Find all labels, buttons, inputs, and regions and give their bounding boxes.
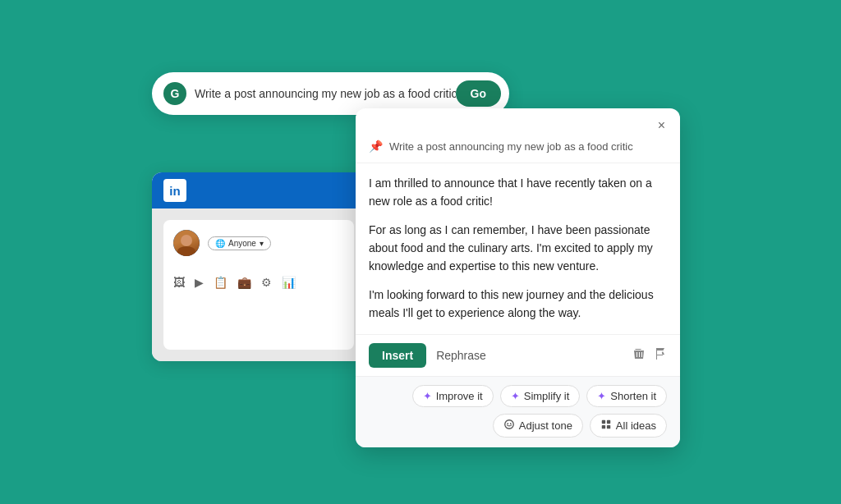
sparkle-icon-2: ✦ [511,390,520,402]
improve-chip[interactable]: ✦ Improve it [412,385,494,407]
simplify-label: Simplify it [524,390,570,402]
anyone-label: Anyone [228,239,256,248]
avatar [173,230,200,256]
tone-icon [503,419,515,433]
paragraph-3: I'm looking forward to this new journey … [369,286,667,322]
linkedin-logo: in [163,179,186,202]
all-ideas-chip[interactable]: All ideas [590,414,667,438]
svg-rect-4 [607,420,610,424]
action-icons [632,347,667,364]
shorten-label: Shorten it [610,390,656,402]
chart-icon[interactable]: 📊 [282,276,296,289]
panel-actions: Insert Rephrase [356,334,680,376]
anyone-badge[interactable]: 🌐 Anyone ▾ [208,236,271,250]
suggestions-row-2: Adjust tone All ideas [369,414,667,438]
search-input[interactable] [195,87,456,100]
globe-icon: 🌐 [215,239,225,248]
linkedin-card: in 🌐 Anyone ▾ 🖼 ▶ 📋 💼 ⚙ 📊 [152,172,365,361]
panel-header: × [356,108,680,136]
improve-label: Improve it [436,390,483,402]
image-icon[interactable]: 🖼 [173,276,185,289]
svg-point-0 [505,420,514,429]
linkedin-body: 🌐 Anyone ▾ 🖼 ▶ 📋 💼 ⚙ 📊 [152,208,365,361]
paragraph-2: For as long as I can remember, I have be… [369,222,667,275]
paragraph-1: I am thrilled to announce that I have re… [369,175,667,210]
rephrase-button[interactable]: Rephrase [436,349,486,362]
svg-point-1 [507,423,508,424]
linkedin-logo-text: in [169,184,180,198]
insert-button[interactable]: Insert [369,343,426,368]
adjust-tone-label: Adjust tone [519,419,572,432]
document-icon[interactable]: 📋 [214,276,227,289]
svg-point-2 [510,423,512,424]
prompt-icon: 📌 [369,140,383,153]
simplify-chip[interactable]: ✦ Simplify it [500,385,581,407]
linkedin-post-area: 🌐 Anyone ▾ 🖼 ▶ 📋 💼 ⚙ 📊 [163,220,354,350]
gear-icon[interactable]: ⚙ [261,276,272,289]
all-ideas-label: All ideas [616,419,656,432]
grammarly-letter: G [171,87,180,100]
close-button[interactable]: × [655,117,669,135]
delete-button[interactable] [632,347,646,364]
panel-content: I am thrilled to announce that I have re… [356,163,680,334]
panel-prompt: 📌 Write a post announcing my new job as … [356,136,680,163]
linkedin-toolbar: 🖼 ▶ 📋 💼 ⚙ 📊 [173,268,344,292]
briefcase-icon[interactable]: 💼 [237,276,251,289]
grammarly-icon: G [163,82,186,105]
shorten-chip[interactable]: ✦ Shorten it [586,385,667,407]
linkedin-header: in [152,172,365,208]
go-button[interactable]: Go [456,80,501,107]
svg-rect-6 [607,425,610,428]
suggestions-panel: ✦ Improve it ✦ Simplify it ✦ Shorten it [356,376,680,447]
sparkle-icon-3: ✦ [597,390,606,402]
avatar-image [173,230,200,256]
svg-rect-5 [602,425,605,428]
chevron-down-icon: ▾ [260,239,264,248]
video-icon[interactable]: ▶ [195,276,204,289]
sparkle-icon: ✦ [423,390,432,402]
grid-icon [600,419,612,433]
suggestions-row-1: ✦ Improve it ✦ Simplify it ✦ Shorten it [369,385,667,407]
prompt-text: Write a post announcing my new job as a … [389,140,633,153]
adjust-tone-chip[interactable]: Adjust tone [493,414,583,438]
flag-button[interactable] [654,347,667,364]
content-panel: × 📌 Write a post announcing my new job a… [356,108,680,447]
svg-rect-3 [602,420,605,424]
linkedin-user-row: 🌐 Anyone ▾ [173,230,344,256]
